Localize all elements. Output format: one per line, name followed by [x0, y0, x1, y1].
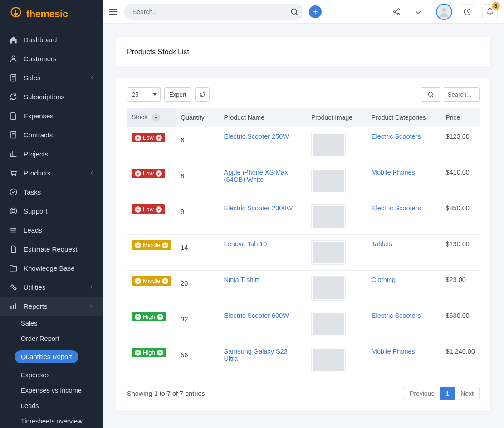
subnav-item-timesheets-overview[interactable]: Timesheets overview — [0, 413, 103, 428]
brand-logo[interactable]: themesic — [0, 0, 103, 28]
category-link[interactable]: Electric Scooters — [372, 312, 421, 319]
nav-label: Estimate Request — [24, 245, 94, 253]
user-avatar[interactable] — [436, 4, 452, 20]
nav-label: Support — [24, 207, 94, 215]
export-button[interactable]: Export — [164, 87, 191, 102]
nav-item-estimate-request[interactable]: Estimate Request — [0, 239, 103, 258]
product-thumbnail[interactable] — [311, 276, 346, 301]
nav-item-tasks[interactable]: Tasks — [0, 182, 103, 201]
table-search-input[interactable] — [444, 87, 480, 102]
notifications-button[interactable]: 3 — [482, 4, 498, 19]
subnav-item-leads[interactable]: Leads — [0, 398, 103, 413]
stock-badge: Low — [132, 169, 165, 178]
nav-label: Utilities — [24, 283, 89, 291]
nav-item-contracts[interactable]: Contracts — [0, 125, 103, 144]
topbar: 3 — [103, 0, 504, 24]
category-link[interactable]: Mobile Phones — [372, 348, 415, 355]
table-card: 25 Export — [116, 78, 490, 411]
product-link[interactable]: Apple iPhone XS Max (64GB) White — [224, 169, 288, 183]
search-icon[interactable] — [290, 7, 299, 16]
quantity: 8 — [181, 172, 184, 180]
col-categories[interactable]: Product Categories — [367, 108, 441, 127]
product-thumbnail[interactable] — [311, 133, 346, 157]
category-link[interactable]: Clothing — [372, 276, 396, 283]
product-thumbnail[interactable] — [311, 312, 346, 336]
page-size-select[interactable]: 25 — [127, 87, 161, 102]
svg-rect-23 — [10, 306, 11, 309]
table-search-button[interactable] — [421, 87, 440, 102]
table-row: High32Electric Scooter 600WElectric Scoo… — [127, 306, 480, 342]
nav-label: Subscriptions — [24, 93, 94, 101]
category-link[interactable]: Tablets — [372, 240, 392, 248]
svg-point-13 — [12, 209, 15, 212]
subnav-item-expenses[interactable]: Expenses — [0, 367, 103, 383]
col-image[interactable]: Product Image — [307, 108, 367, 127]
home-icon — [8, 34, 18, 44]
col-price[interactable]: Price — [441, 108, 480, 127]
category-link[interactable]: Mobile Phones — [372, 169, 415, 176]
refresh-button[interactable] — [195, 87, 210, 102]
nav-item-utilities[interactable]: Utilities — [0, 277, 103, 297]
quantity: 6 — [181, 136, 184, 144]
products-table: Stock Quantity Product Name Product Imag… — [127, 108, 480, 378]
file2-icon — [8, 244, 18, 254]
product-link[interactable]: Electric Scooter 2300W — [224, 204, 293, 212]
nav-item-expenses[interactable]: Expenses — [0, 106, 103, 125]
plus-icon — [312, 9, 318, 15]
bar-chart-icon — [8, 301, 18, 311]
pager-page-1[interactable]: 1 — [440, 387, 455, 400]
nav-item-customers[interactable]: Customers — [0, 49, 103, 68]
activity-button[interactable] — [460, 4, 475, 19]
check-button[interactable] — [411, 4, 427, 19]
product-link[interactable]: Electric Scooter 250W — [224, 133, 289, 140]
nav-item-subscriptions[interactable]: Subscriptions — [0, 87, 103, 106]
main: 3 Products Stock List 25 Export — [103, 0, 504, 428]
nav-item-support[interactable]: Support — [0, 201, 103, 220]
product-thumbnail[interactable] — [311, 169, 346, 193]
pager: Previous 1 Next — [404, 387, 480, 400]
col-stock[interactable]: Stock — [127, 108, 176, 127]
subnav-item-sales[interactable]: Sales — [0, 316, 103, 331]
svg-rect-37 — [137, 245, 139, 246]
nav-label: Projects — [24, 150, 94, 158]
nav-item-sales[interactable]: Sales — [0, 68, 103, 87]
nav-item-products[interactable]: Products — [0, 163, 103, 182]
nav-item-reports[interactable]: Reports — [0, 297, 103, 316]
product-link[interactable]: Lenovo Tab 10 — [224, 240, 267, 248]
subnav-item-quantities-report[interactable]: Quantities Report — [0, 346, 103, 367]
nav-item-knowledge-base[interactable]: Knowledge Base — [0, 258, 103, 277]
nav-label: Expenses — [24, 112, 94, 120]
col-name[interactable]: Product Name — [220, 108, 307, 127]
chevron-left-icon — [89, 75, 94, 80]
category-link[interactable]: Electric Scooters — [372, 133, 421, 140]
add-button[interactable] — [309, 5, 322, 18]
subnav-item-expenses-vs-income[interactable]: Expenses vs Income — [0, 383, 103, 398]
product-thumbnail[interactable] — [311, 348, 346, 372]
table-info: Showing 1 to 7 of 7 entries — [127, 390, 404, 397]
svg-point-9 — [11, 175, 12, 176]
price: $130.00 — [445, 240, 469, 248]
col-quantity[interactable]: Quantity — [176, 108, 219, 127]
share-button[interactable] — [389, 4, 404, 19]
share-icon — [392, 8, 401, 16]
search-input[interactable] — [124, 4, 303, 20]
pager-next[interactable]: Next — [455, 387, 480, 400]
svg-line-27 — [296, 13, 298, 15]
chart-icon — [8, 149, 18, 159]
nav-item-dashboard[interactable]: Dashboard — [0, 30, 103, 49]
life-ring-icon — [8, 206, 18, 216]
nav-list: DashboardCustomersSalesSubscriptionsExpe… — [0, 28, 103, 428]
product-link[interactable]: Ninja T-shirt — [224, 276, 259, 283]
product-link[interactable]: Electric Scooter 600W — [224, 312, 289, 319]
category-link[interactable]: Electric Scooters — [372, 204, 421, 212]
nav-item-projects[interactable]: Projects — [0, 144, 103, 163]
quantity: 9 — [181, 208, 184, 215]
product-link[interactable]: Samsung Galaxy S23 Ultra — [224, 348, 288, 362]
product-thumbnail[interactable] — [311, 204, 346, 229]
menu-toggle[interactable] — [109, 7, 119, 17]
reports-submenu: SalesOrder ReportQuantities ReportExpens… — [0, 316, 103, 428]
nav-item-leads[interactable]: Leads — [0, 220, 103, 239]
product-thumbnail[interactable] — [311, 240, 346, 265]
pager-prev[interactable]: Previous — [404, 387, 440, 400]
subnav-item-order-report[interactable]: Order Report — [0, 331, 103, 346]
